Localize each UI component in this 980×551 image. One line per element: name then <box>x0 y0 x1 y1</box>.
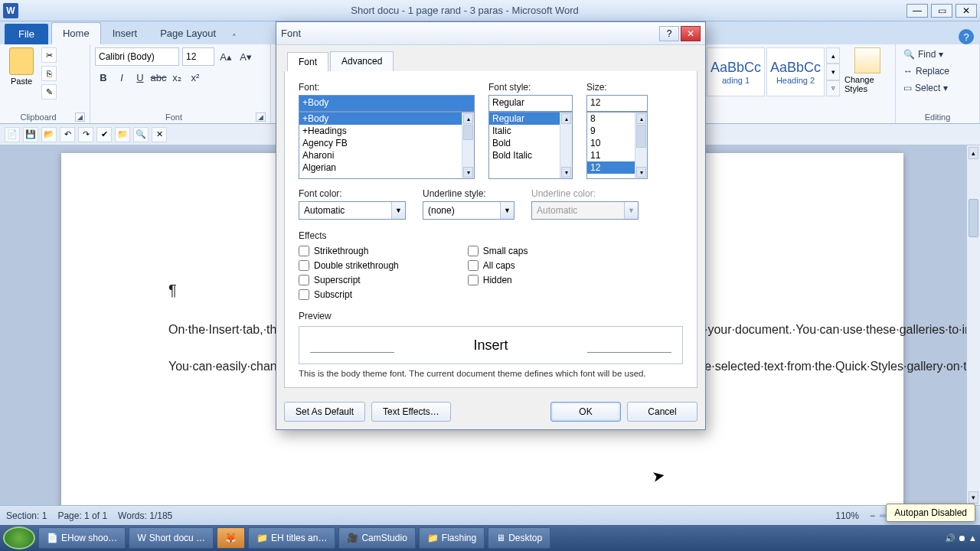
dialog-tab-font[interactable]: Font <box>287 52 328 72</box>
minimize-button[interactable]: — <box>906 4 928 18</box>
change-styles-button[interactable]: Change Styles <box>844 47 890 93</box>
font-size-combo[interactable] <box>182 47 214 66</box>
vertical-scrollbar[interactable]: ▴ ▾ <box>966 145 980 505</box>
font-item-body[interactable]: +Body <box>299 112 474 125</box>
font-input[interactable]: +Body <box>299 95 475 112</box>
dialog-titlebar[interactable]: Font ? ✕ <box>276 22 705 45</box>
italic-button[interactable]: I <box>113 69 130 86</box>
clipboard-launcher[interactable]: ◢ <box>75 112 85 122</box>
style-list-up[interactable]: ▴ <box>561 113 571 124</box>
status-page[interactable]: Page: 1 of 1 <box>57 510 107 521</box>
dialog-close-button[interactable]: ✕ <box>681 26 701 41</box>
style-heading2[interactable]: AaBbCcHeading 2 <box>766 47 825 96</box>
taskbar-desktop[interactable]: 🖥 Desktop <box>488 527 550 549</box>
subscript-checkbox[interactable]: Subscript <box>299 289 399 300</box>
style-list-down[interactable]: ▾ <box>561 167 571 178</box>
font-list-thumb[interactable] <box>463 125 473 140</box>
qat-preview[interactable]: 🔍 <box>133 127 149 142</box>
dialog-tab-advanced[interactable]: Advanced <box>330 51 394 71</box>
tab-page-layout[interactable]: Page Layout <box>149 22 227 44</box>
help-icon[interactable]: ? <box>959 29 974 44</box>
font-item-agency[interactable]: Agency FB <box>299 137 474 149</box>
taskbar-ehow[interactable]: 📄 EHow shoo… <box>38 527 126 549</box>
paste-button[interactable]: Paste <box>5 47 38 99</box>
qat-open[interactable]: 📂 <box>41 127 57 142</box>
ribbon-minimize-icon[interactable]: ˄ <box>227 31 241 44</box>
font-item-headings[interactable]: +Headings <box>299 125 474 137</box>
set-default-button[interactable]: Set As Default <box>284 402 365 422</box>
status-words[interactable]: Words: 1/185 <box>118 510 172 521</box>
superscript-button[interactable]: x² <box>187 69 204 86</box>
font-item-algerian[interactable]: Algerian <box>299 161 474 174</box>
taskbar-camstudio[interactable]: 🎥 CamStudio <box>338 527 415 549</box>
preview-box: Insert <box>299 326 683 364</box>
text-effects-button[interactable]: Text Effects… <box>371 402 451 422</box>
start-button[interactable] <box>3 527 35 549</box>
size-listbox[interactable]: 8 9 10 11 12 ▴▾ <box>586 112 648 179</box>
tab-home[interactable]: Home <box>51 22 101 44</box>
gallery-more[interactable]: ▿ <box>826 80 840 96</box>
font-list-down[interactable]: ▾ <box>463 167 473 178</box>
tab-insert[interactable]: Insert <box>101 22 149 44</box>
cut-button[interactable]: ✂ <box>41 47 57 63</box>
copy-button[interactable]: ⎘ <box>41 66 57 81</box>
qat-spell[interactable]: ✔ <box>96 127 112 142</box>
dialog-help-button[interactable]: ? <box>659 26 679 41</box>
close-button[interactable]: ✕ <box>956 4 977 18</box>
replace-button[interactable]: Replace <box>900 64 975 78</box>
underline-button[interactable]: U <box>132 69 149 86</box>
qat-close[interactable]: ✕ <box>152 127 167 142</box>
gallery-down[interactable]: ▾ <box>826 64 840 80</box>
grow-font-button[interactable]: A▴ <box>217 48 234 65</box>
size-input[interactable]: 12 <box>586 95 648 112</box>
select-button[interactable]: Select ▾ <box>900 81 975 95</box>
font-launcher[interactable]: ◢ <box>256 112 266 122</box>
font-color-combo[interactable]: Automatic▼ <box>299 201 406 220</box>
style-listbox[interactable]: Regular Italic Bold Bold Italic ▴▾ <box>488 112 573 179</box>
taskbar-ehtitles[interactable]: 📁 EH titles an… <box>248 527 335 549</box>
qat-folder[interactable]: 📁 <box>115 127 130 142</box>
shrink-font-button[interactable]: A▾ <box>237 48 254 65</box>
font-item-aharoni[interactable]: Aharoni <box>299 149 474 161</box>
scroll-thumb[interactable] <box>969 199 978 237</box>
taskbar-firefox[interactable]: 🦊 <box>217 527 245 549</box>
style-heading1[interactable]: AaBbCcading 1 <box>707 47 765 96</box>
zoom-out[interactable]: − <box>870 510 875 521</box>
gallery-up[interactable]: ▴ <box>826 47 840 64</box>
font-list-up[interactable]: ▴ <box>463 113 473 124</box>
underline-style-combo[interactable]: (none)▼ <box>423 201 514 220</box>
file-tab[interactable]: File <box>5 24 48 44</box>
taskbar-flashing[interactable]: 📁 Flashing <box>419 527 485 549</box>
qat-save[interactable]: 💾 <box>23 127 38 142</box>
strikethrough-button[interactable]: abc <box>150 69 167 86</box>
font-name-combo[interactable] <box>95 47 179 66</box>
find-button[interactable]: Find ▾ <box>900 47 975 61</box>
scroll-up[interactable]: ▴ <box>969 147 978 159</box>
double-strike-checkbox[interactable]: Double strikethrough <box>299 260 399 271</box>
taskbar-shortdocu[interactable]: W Short docu … <box>129 527 214 549</box>
cancel-button[interactable]: Cancel <box>627 402 697 422</box>
status-section[interactable]: Section: 1 <box>6 510 47 521</box>
styles-gallery[interactable]: AaBbCcading 1 AaBbCcHeading 2 ▴▾▿ <box>707 47 840 96</box>
subscript-button[interactable]: x₂ <box>168 69 185 86</box>
size-list-down[interactable]: ▾ <box>636 167 646 178</box>
superscript-checkbox[interactable]: Superscript <box>299 275 399 285</box>
strikethrough-checkbox[interactable]: Strikethrough <box>299 246 399 256</box>
size-list-thumb[interactable] <box>636 125 646 148</box>
font-listbox[interactable]: +Body +Headings Agency FB Aharoni Algeri… <box>299 112 475 179</box>
qat-undo[interactable]: ↶ <box>60 127 75 142</box>
system-tray[interactable]: 🔊 ⏺ ▲ <box>945 533 977 543</box>
ok-button[interactable]: OK <box>550 402 621 422</box>
hidden-checkbox[interactable]: Hidden <box>468 275 528 285</box>
smallcaps-checkbox[interactable]: Small caps <box>468 246 528 256</box>
scroll-down[interactable]: ▾ <box>969 491 978 504</box>
qat-new[interactable]: 📄 <box>5 127 20 142</box>
format-painter-button[interactable]: ✎ <box>41 84 57 99</box>
size-list-up[interactable]: ▴ <box>636 113 646 124</box>
bold-button[interactable]: B <box>95 69 112 86</box>
qat-redo[interactable]: ↷ <box>78 127 93 142</box>
style-input[interactable]: Regular <box>488 95 573 112</box>
font-dialog: Font ? ✕ Font Advanced Font: +Body +Body… <box>276 21 706 430</box>
maximize-button[interactable]: ▭ <box>931 4 952 18</box>
allcaps-checkbox[interactable]: All caps <box>468 260 528 271</box>
